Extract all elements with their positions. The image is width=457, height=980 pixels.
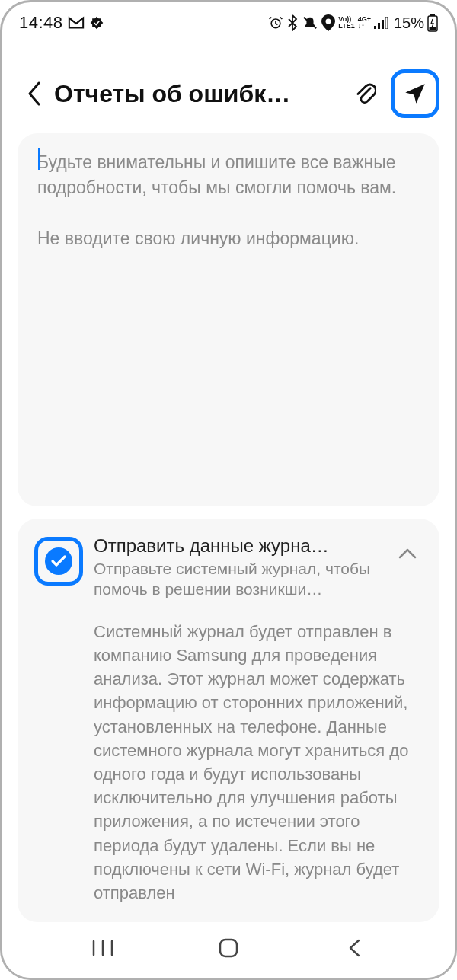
svg-rect-9 bbox=[430, 27, 436, 30]
send-log-subtitle: Отправьте системный журнал, чтобы помочь… bbox=[94, 558, 382, 600]
description-input[interactable]: Будьте внимательны и опишите все важные … bbox=[18, 133, 439, 506]
attach-button[interactable] bbox=[347, 75, 383, 112]
checkmark-icon bbox=[45, 547, 72, 575]
bluetooth-icon bbox=[286, 14, 299, 31]
page-title: Отчеты об ошибк… bbox=[54, 80, 344, 108]
nav-recents-button[interactable] bbox=[80, 933, 126, 963]
chevron-up-icon bbox=[398, 547, 417, 560]
send-log-card: Отправить данные журна… Отправьте систем… bbox=[18, 519, 439, 922]
recents-icon bbox=[92, 940, 113, 956]
svg-rect-5 bbox=[382, 20, 384, 29]
svg-rect-4 bbox=[378, 23, 380, 29]
chevron-left-icon bbox=[27, 81, 42, 107]
send-log-body: Системный журнал будет отправлен в компа… bbox=[94, 620, 423, 905]
alarm-icon bbox=[268, 15, 283, 30]
svg-rect-3 bbox=[374, 26, 376, 29]
svg-rect-6 bbox=[385, 17, 388, 29]
navigation-bar bbox=[2, 924, 455, 978]
volte-indicator: Vo)) LTE1 bbox=[338, 16, 354, 30]
mute-icon bbox=[302, 15, 318, 30]
svg-point-2 bbox=[326, 19, 331, 24]
svg-rect-8 bbox=[430, 14, 435, 16]
home-icon bbox=[219, 938, 238, 958]
battery-icon bbox=[427, 14, 438, 32]
signal-icon bbox=[374, 17, 389, 29]
status-bar: 14:48 Vo)) LTE1 4G+ ↓↑ bbox=[2, 2, 455, 39]
text-cursor bbox=[38, 148, 40, 170]
location-icon bbox=[321, 14, 335, 31]
send-log-checkbox[interactable] bbox=[34, 537, 83, 586]
svg-rect-13 bbox=[220, 940, 237, 956]
send-log-title: Отправить данные журна… bbox=[94, 535, 382, 557]
app-header: Отчеты об ошибк… bbox=[2, 39, 455, 133]
nav-back-button[interactable] bbox=[331, 933, 377, 963]
nav-back-icon bbox=[347, 938, 361, 958]
battery-percent: 15% bbox=[394, 14, 424, 32]
network-indicator: 4G+ ↓↑ bbox=[358, 16, 371, 30]
nav-home-button[interactable] bbox=[206, 933, 251, 963]
back-button[interactable] bbox=[18, 77, 51, 110]
paperclip-icon bbox=[353, 81, 376, 107]
description-placeholder: Будьте внимательны и опишите все важные … bbox=[37, 150, 420, 251]
device-frame: 14:48 Vo)) LTE1 4G+ ↓↑ bbox=[0, 0, 457, 980]
status-clock: 14:48 bbox=[19, 13, 63, 33]
check-badge-icon bbox=[89, 15, 104, 30]
gmail-icon bbox=[68, 16, 85, 30]
collapse-button[interactable] bbox=[392, 538, 423, 569]
send-icon bbox=[402, 81, 428, 107]
send-button[interactable] bbox=[391, 69, 439, 118]
